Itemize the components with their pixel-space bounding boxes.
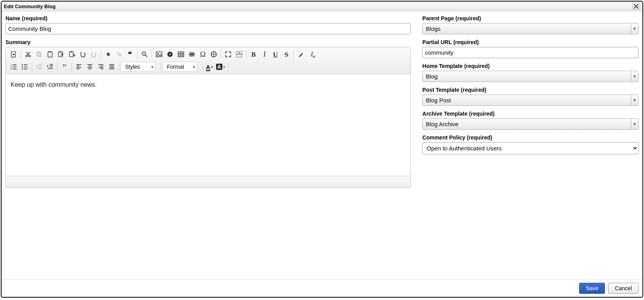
unlink-icon[interactable]: [114, 49, 125, 60]
indent-icon[interactable]: [45, 61, 55, 72]
svg-rect-21: [240, 52, 242, 54]
underline-icon[interactable]: U: [270, 49, 281, 60]
text-color-button[interactable]: A▾: [204, 62, 215, 72]
chevron-down-icon: ▼: [631, 23, 639, 34]
separator: [293, 50, 294, 59]
svg-rect-7: [49, 51, 51, 52]
circle-slash-icon[interactable]: [165, 49, 175, 60]
home-template-group: Home Template (required) Blog ▼: [422, 63, 639, 82]
parent-page-select[interactable]: Blogs ▼: [422, 23, 639, 34]
bold-icon[interactable]: B: [248, 49, 259, 60]
svg-rect-6: [48, 52, 52, 57]
post-template-group: Post Template (required) Blog Post ▼: [422, 87, 639, 106]
archive-template-label: Archive Template (required): [422, 111, 639, 117]
separator: [246, 50, 247, 59]
separator: [21, 50, 21, 59]
comment-policy-select[interactable]: Open to Authenticated Users: [422, 142, 639, 154]
italic-icon[interactable]: I: [259, 49, 270, 60]
separator: [137, 50, 138, 59]
paste-text-icon[interactable]: [55, 49, 66, 60]
outdent-icon[interactable]: [34, 61, 45, 72]
svg-point-28: [22, 68, 23, 70]
svg-rect-11: [70, 51, 72, 52]
left-column: Name (required) Summary: [5, 15, 411, 279]
remove-format-icon[interactable]: I✕: [306, 49, 317, 60]
dialog-body: Name (required) Summary: [2, 11, 642, 279]
special-char-icon[interactable]: Ω: [197, 49, 208, 60]
cancel-button[interactable]: Cancel: [608, 283, 639, 294]
separator: [101, 50, 101, 59]
parent-page-label: Parent Page (required): [422, 15, 639, 21]
hr-icon[interactable]: [186, 49, 197, 60]
flag-icon[interactable]: [125, 49, 136, 60]
ordered-list-icon[interactable]: 123: [8, 61, 19, 72]
format-label: Format: [167, 64, 184, 70]
partial-url-input[interactable]: [422, 47, 639, 58]
editor-footer: [6, 176, 410, 188]
home-template-select[interactable]: Blog ▼: [422, 71, 639, 82]
table-icon[interactable]: [175, 49, 186, 60]
undo-icon[interactable]: [77, 49, 88, 60]
copy-icon[interactable]: [34, 49, 45, 60]
post-template-select[interactable]: Blog Post ▼: [422, 95, 639, 106]
blockquote-icon[interactable]: ”: [59, 61, 70, 72]
separator: [57, 62, 57, 71]
svg-rect-18: [189, 54, 195, 55]
chevron-down-icon: ▼: [631, 95, 639, 106]
save-button[interactable]: Save: [579, 283, 605, 294]
summary-label: Summary: [5, 39, 411, 45]
archive-template-value: Blog Archive: [422, 118, 631, 130]
home-template-label: Home Template (required): [422, 63, 639, 69]
svg-text:3: 3: [11, 68, 12, 70]
source-icon[interactable]: [8, 49, 19, 60]
maximize-icon[interactable]: [223, 49, 234, 60]
align-right-icon[interactable]: [95, 61, 106, 72]
strike-icon[interactable]: S: [281, 49, 292, 60]
paste-word-icon[interactable]: W: [66, 49, 77, 60]
cut-icon[interactable]: [23, 49, 34, 60]
format-dropdown[interactable]: Format: [163, 62, 198, 72]
chevron-down-icon: ▼: [631, 118, 639, 130]
styles-dropdown[interactable]: Styles: [121, 62, 156, 72]
align-justify-icon[interactable]: [106, 61, 117, 72]
name-group: Name (required): [5, 15, 411, 34]
partial-url-label: Partial URL (required): [422, 39, 639, 45]
svg-rect-14: [156, 52, 162, 57]
comment-policy-label: Comment Policy (required): [422, 134, 639, 141]
post-template-label: Post Template (required): [422, 87, 639, 93]
show-blocks-icon[interactable]: [234, 49, 245, 60]
dialog-titlebar: Edit Community Blog: [2, 2, 642, 11]
paste-icon[interactable]: [45, 49, 55, 60]
svg-point-26: [22, 64, 23, 65]
svg-point-13: [142, 52, 146, 55]
globe-icon[interactable]: [208, 49, 219, 60]
parent-page-value: Blogs: [422, 23, 631, 34]
unordered-list-icon[interactable]: [19, 61, 30, 72]
align-center-icon[interactable]: [84, 61, 95, 72]
archive-template-group: Archive Template (required) Blog Archive…: [422, 111, 639, 130]
summary-text: Keep up with community news.: [11, 81, 406, 88]
marker-icon[interactable]: [295, 49, 306, 60]
align-left-icon[interactable]: [73, 61, 84, 72]
home-template-value: Blog: [422, 71, 631, 82]
styles-label: Styles: [125, 64, 140, 70]
svg-rect-20: [236, 52, 239, 54]
separator: [221, 50, 221, 59]
partial-url-group: Partial URL (required): [422, 39, 639, 58]
name-input[interactable]: [5, 23, 411, 34]
image-icon[interactable]: [154, 49, 165, 60]
separator: [72, 62, 72, 71]
summary-editor: W: [5, 47, 411, 188]
link-icon[interactable]: [103, 49, 114, 60]
name-label: Name (required): [5, 15, 411, 21]
svg-rect-8: [59, 52, 63, 57]
summary-editor-area[interactable]: Keep up with community news.: [6, 74, 410, 176]
separator: [152, 50, 152, 59]
dialog-close-button[interactable]: [632, 3, 640, 10]
edit-blog-dialog: Edit Community Blog Name (required) Summ…: [1, 1, 643, 298]
redo-icon[interactable]: [88, 49, 99, 60]
archive-template-select[interactable]: Blog Archive ▼: [422, 118, 639, 130]
search-icon[interactable]: [139, 49, 150, 60]
editor-toolbar: W: [6, 47, 410, 74]
bg-color-button[interactable]: A▾: [215, 62, 227, 72]
